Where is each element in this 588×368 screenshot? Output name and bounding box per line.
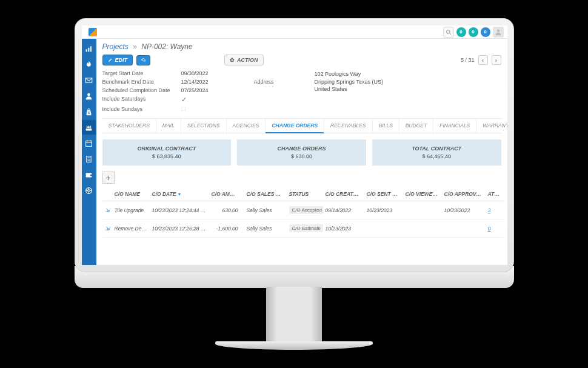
main-content: Projects » NP-002: Wayne EDIT [96,39,507,265]
include-saturdays-label: Include Saturdays [102,96,181,104]
svg-text:$: $ [88,111,90,114]
target-start-value: 09/30/2022 [181,70,254,76]
svg-rect-10 [86,141,92,146]
expand-icon[interactable]: ⇲ [105,207,110,213]
refresh-icon [141,58,146,63]
chart-icon [85,45,93,53]
table-row[interactable]: ⇲ Tile Upgrade 10/23/2023 12:24:44 PM 63… [102,201,504,219]
tab-financials[interactable]: FINANCIALS [433,119,476,133]
col-sent[interactable]: C/O SENT DATE... [364,187,403,201]
tab-receivables[interactable]: RECEIVABLES [324,119,373,133]
attachments-link[interactable]: 0 [488,226,491,232]
add-change-order-button[interactable]: + [102,172,115,184]
svg-point-2 [496,29,499,32]
sidebar-item-dashboard[interactable] [82,41,96,56]
topbar: 0 0 0 [82,25,507,39]
refresh-button[interactable] [136,55,150,65]
address-value: 102 Poologics Way Dripping Springs Texas… [315,70,501,93]
breadcrumb: Projects » NP-002: Wayne [102,42,501,51]
sidebar-item-finance[interactable] [82,167,96,182]
scheduled-completion-label: Scheduled Completion Date [102,87,181,93]
col-sales[interactable]: C/O SALES PERSON [244,187,287,201]
tab-mail[interactable]: MAIL [156,119,181,133]
col-create[interactable]: C/O CREATE DATE... [323,187,364,201]
attachments-link[interactable]: 3 [488,207,491,213]
tabs: STAKEHOLDERS MAIL SELECTIONS AGENCIES CH… [102,118,501,133]
lifering-icon [85,187,93,195]
project-info: Target Start Date 09/30/2022 Address 102… [102,70,501,112]
pager-prev[interactable]: ‹ [478,55,488,65]
tab-stakeholders[interactable]: STAKEHOLDERS [102,119,156,133]
sort-desc-icon: ▼ [177,192,181,196]
avatar-icon [495,28,502,36]
notification-badge-1[interactable]: 0 [456,27,466,37]
include-sundays-label: Include Sundays [102,106,181,112]
person-icon [85,92,93,100]
notification-badge-2[interactable]: 0 [469,27,478,37]
pager: 5 / 31 ‹ › [461,55,501,65]
col-amount[interactable]: C/O AMOUNT... [209,187,244,201]
svg-line-1 [449,33,450,34]
tab-bills[interactable]: BILLS [373,119,399,133]
benchmark-end-value: 12/14/2022 [181,79,254,85]
action-button[interactable]: ✿ ACTION [224,55,264,65]
breadcrumb-separator: » [133,42,137,51]
svg-point-7 [87,93,90,96]
gear-icon: ✿ [230,57,235,63]
action-row: EDIT ✿ ACTION 5 / 31 ‹ [102,55,501,65]
tab-agencies[interactable]: AGENCIES [227,119,266,133]
col-name[interactable]: C/O NAME [112,187,150,201]
status-badge: C/O Estimate [289,224,323,232]
svg-point-0 [446,30,450,33]
col-viewed[interactable]: C/O VIEWED DATE [403,187,442,201]
pager-text: 5 / 31 [461,57,475,63]
pencil-icon [108,58,113,62]
col-date[interactable]: C/O DATE▼ [150,187,209,201]
sidebar-item-estimates[interactable]: $ [82,104,96,119]
sidebar-item-contacts[interactable] [82,89,96,103]
benchmark-end-label: Benchmark End Date [102,79,181,85]
include-sundays-checkbox[interactable]: ☐ [181,106,254,112]
breadcrumb-root[interactable]: Projects [102,42,129,51]
col-approved[interactable]: C/O APPROVED DATE [442,187,486,201]
svg-point-21 [88,189,90,192]
svg-rect-4 [88,47,89,52]
search-button[interactable] [443,27,454,38]
search-icon [446,29,452,35]
col-attach[interactable]: ATTAC [486,187,504,201]
sidebar-item-docs[interactable] [82,152,96,166]
sidebar-item-projects[interactable] [82,120,96,135]
sidebar-item-leads[interactable] [82,57,96,72]
app-logo[interactable] [85,25,100,39]
document-icon [85,155,93,163]
app-screen: 0 0 0 $ [82,25,507,265]
svg-rect-19 [90,174,92,175]
address-label: Address [254,79,315,85]
card-change-orders: CHANGE ORDERS $ 630.00 [237,139,366,166]
table-row[interactable]: ⇲ Remove Decki... 10/23/2023 12:26:28 PM… [102,219,504,238]
tab-budget[interactable]: BUDGET [399,119,433,133]
tab-warranties[interactable]: WARRANTIES [476,119,507,133]
change-orders-table: C/O NAME C/O DATE▼ C/O AMOUNT... C/O SAL… [102,187,504,238]
col-status[interactable]: STATUS [287,187,323,201]
pager-next[interactable]: › [492,55,501,65]
summary-cards: ORIGINAL CONTRACT $ 63,835.40 CHANGE ORD… [102,139,501,166]
svg-rect-9 [86,129,92,130]
sidebar-item-schedule[interactable] [82,136,96,150]
status-badge: C/O Accepted [289,206,323,214]
target-start-label: Target Start Date [102,70,181,76]
notification-badge-3[interactable]: 0 [481,27,490,37]
bag-dollar-icon: $ [85,108,93,116]
include-saturdays-checkbox[interactable]: ✓ [181,96,254,104]
tab-change-orders[interactable]: CHANGE ORDERS [266,119,324,133]
edit-button[interactable]: EDIT [102,55,133,65]
sidebar: $ [82,39,96,265]
monitor-stand-base [215,341,373,350]
sidebar-item-support[interactable] [82,183,96,198]
user-avatar[interactable] [493,27,504,38]
sidebar-item-mail[interactable] [82,73,96,87]
expand-icon[interactable]: ⇲ [105,226,110,232]
scheduled-completion-value: 07/25/2024 [181,87,254,93]
tab-selections[interactable]: SELECTIONS [181,119,227,133]
monitor-frame: 0 0 0 $ [75,18,514,350]
